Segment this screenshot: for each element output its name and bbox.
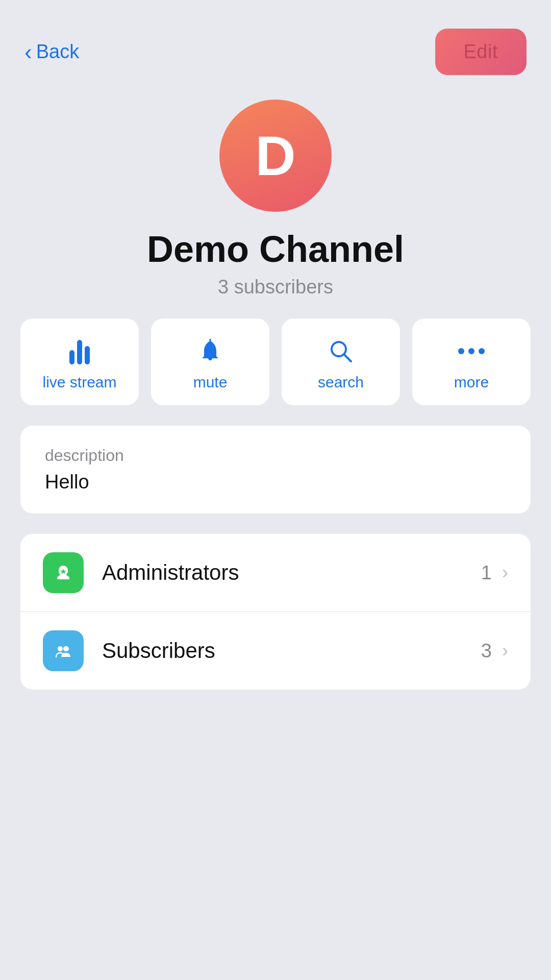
members-card: Administrators 1 › Subscribers 3 › [20,534,531,690]
actions-row: live stream mute search [0,318,551,426]
bell-icon [197,337,223,365]
description-label: description [45,446,506,465]
header: ‹ Back Edit [0,0,551,87]
more-button[interactable]: more [412,318,531,405]
channel-name: Demo Channel [147,228,404,270]
more-icon [458,337,485,365]
chevron-right-icon: › [502,640,508,662]
avatar: D [219,100,332,212]
mute-label: mute [193,374,228,391]
subscriber-count: 3 subscribers [218,276,333,298]
live-stream-icon [69,337,90,365]
administrators-icon-wrap [43,552,84,593]
more-label: more [454,374,489,391]
edit-button[interactable]: Edit [435,29,527,75]
administrators-count: 1 [481,562,492,584]
mute-button[interactable]: mute [151,318,269,405]
svg-point-4 [58,646,63,651]
svg-line-1 [344,354,351,361]
back-button[interactable]: ‹ Back [24,41,79,63]
live-stream-button[interactable]: live stream [20,318,139,405]
svg-point-6 [63,646,68,651]
svg-rect-3 [51,639,76,663]
avatar-letter: D [255,128,295,184]
back-label: Back [36,41,79,63]
subscribers-icon-wrap [43,630,84,671]
chevron-left-icon: ‹ [24,41,32,63]
live-stream-label: live stream [42,374,116,391]
subscribers-row[interactable]: Subscribers 3 › [20,612,531,690]
chevron-right-icon: › [502,562,508,583]
administrators-label: Administrators [102,560,481,585]
subscribers-label: Subscribers [102,639,481,663]
description-card: description Hello [20,426,531,513]
search-label: search [318,374,364,391]
administrators-row[interactable]: Administrators 1 › [20,534,531,612]
description-text: Hello [45,471,506,493]
subscribers-count: 3 [481,640,492,662]
search-icon [328,337,354,365]
search-button[interactable]: search [282,318,400,405]
channel-info-section: D Demo Channel 3 subscribers [0,87,551,318]
